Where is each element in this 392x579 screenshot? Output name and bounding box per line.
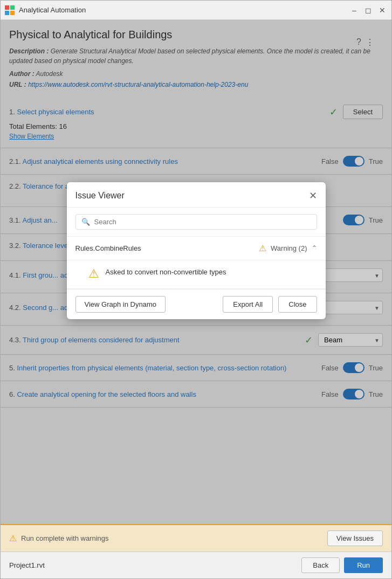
modal-footer-right: Export All Close bbox=[223, 296, 317, 313]
view-issues-button[interactable]: View Issues bbox=[327, 530, 383, 546]
issue-item: ⚠ Asked to convert non-convertible types bbox=[67, 260, 326, 289]
back-button[interactable]: Back bbox=[301, 557, 340, 573]
issue-group-name: Rules.CombineRules bbox=[75, 244, 141, 252]
issue-group-header: Rules.CombineRules ⚠ Warning (2) ⌃ bbox=[67, 237, 326, 260]
modal-title: Issue Viewer bbox=[75, 191, 125, 201]
view-graph-button[interactable]: View Graph in Dynamo bbox=[75, 296, 166, 313]
close-button[interactable]: ✕ bbox=[377, 5, 387, 15]
modal-search-area: 🔍 bbox=[67, 208, 326, 237]
modal-overlay: Issue Viewer ✕ 🔍 Rules.CombineRules ⚠ Wa bbox=[1, 20, 391, 524]
run-button[interactable]: Run bbox=[344, 557, 383, 573]
issue-warning-icon: ⚠ bbox=[88, 267, 99, 281]
main-window: Analytical Automation – ◻ ✕ ? ⋮ Physical… bbox=[0, 0, 392, 579]
export-all-button[interactable]: Export All bbox=[223, 296, 273, 313]
search-input-wrapper: 🔍 bbox=[75, 214, 317, 230]
svg-rect-3 bbox=[10, 11, 15, 15]
modal-body: Rules.CombineRules ⚠ Warning (2) ⌃ ⚠ Ask… bbox=[67, 237, 326, 289]
warning-text: Run complete with warnings bbox=[21, 534, 109, 542]
warning-bar-left: ⚠ Run complete with warnings bbox=[9, 533, 109, 543]
svg-rect-1 bbox=[10, 5, 15, 10]
issue-text: Asked to convert non-convertible types bbox=[106, 268, 226, 276]
footer-buttons: Back Run bbox=[301, 557, 383, 573]
chevron-up-icon[interactable]: ⌃ bbox=[312, 244, 317, 252]
warning-icon: ⚠ bbox=[259, 243, 266, 253]
svg-rect-0 bbox=[5, 5, 9, 10]
window-controls: – ◻ ✕ bbox=[349, 5, 387, 15]
modal-header: Issue Viewer ✕ bbox=[67, 182, 326, 208]
svg-rect-2 bbox=[5, 11, 9, 15]
footer: Project1.rvt Back Run bbox=[1, 552, 391, 578]
issue-warning-info: ⚠ Warning (2) ⌃ bbox=[259, 243, 317, 253]
warning-count: Warning (2) bbox=[271, 244, 307, 252]
search-input[interactable] bbox=[94, 218, 311, 226]
modal-close-button[interactable]: ✕ bbox=[309, 191, 317, 201]
footer-filename: Project1.rvt bbox=[9, 561, 45, 569]
issue-viewer-modal: Issue Viewer ✕ 🔍 Rules.CombineRules ⚠ Wa bbox=[67, 182, 326, 319]
search-icon: 🔍 bbox=[81, 218, 90, 226]
minimize-button[interactable]: – bbox=[349, 5, 359, 15]
close-modal-button[interactable]: Close bbox=[278, 296, 317, 313]
maximize-button[interactable]: ◻ bbox=[363, 5, 373, 15]
app-title: Analytical Automation bbox=[19, 6, 349, 14]
app-icon bbox=[5, 5, 15, 15]
warning-triangle-icon: ⚠ bbox=[9, 533, 17, 543]
content-area: ? ⋮ Physical to Analytical for Buildings… bbox=[1, 20, 391, 524]
title-bar: Analytical Automation – ◻ ✕ bbox=[1, 1, 391, 20]
modal-footer: View Graph in Dynamo Export All Close bbox=[67, 289, 326, 319]
bottom-warning-bar: ⚠ Run complete with warnings View Issues bbox=[1, 524, 391, 552]
